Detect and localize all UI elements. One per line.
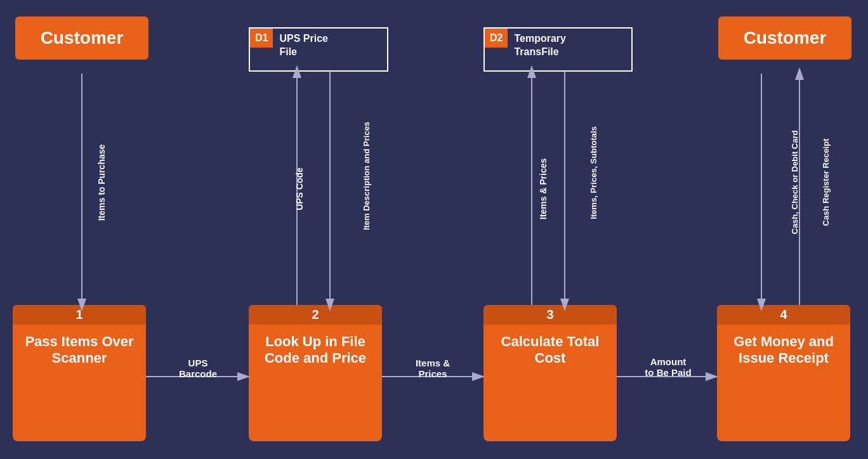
process-2-number: 2 xyxy=(249,305,382,325)
label-cash-check-debit: Cash, Check or Debit Card xyxy=(790,131,799,235)
actor-customer-right: Customer xyxy=(718,16,852,60)
label-amount-paid: Amountto Be Paid xyxy=(627,356,709,378)
label-items-to-purchase: Items to Purchase xyxy=(96,145,107,221)
diagram-container: Customer Customer D1 UPS PriceFile D2 Te… xyxy=(0,0,868,459)
label-ups-barcode: UPSBarcode xyxy=(160,358,236,379)
label-items-prices-subtotals: Items, Prices, Subtotals xyxy=(589,126,598,219)
process-3: 3 Calculate TotalCost xyxy=(483,305,617,441)
label-ups-code: UPS Code xyxy=(294,167,305,210)
label-cash-register-receipt: Cash Register Receipt xyxy=(821,139,831,226)
process-4-label: Get Money andIssue Receipt xyxy=(727,325,840,375)
process-2-label: Look Up in FileCode and Price xyxy=(258,325,372,375)
datastore-D2: D2 TemporaryTransFile xyxy=(483,27,633,72)
label-items-prices-h: Items &Prices xyxy=(395,358,471,379)
label-item-desc-prices: Item Description and Prices xyxy=(362,122,371,230)
process-2: 2 Look Up in FileCode and Price xyxy=(249,305,382,441)
process-1-label: Pass Items OverScanner xyxy=(18,325,140,375)
process-4: 4 Get Money andIssue Receipt xyxy=(717,305,850,441)
actor-customer-left: Customer xyxy=(15,16,148,60)
datastore-D1: D1 UPS PriceFile xyxy=(249,27,388,72)
process-3-number: 3 xyxy=(483,305,617,325)
process-3-label: Calculate TotalCost xyxy=(495,325,606,375)
label-items-prices-v: Items & Prices xyxy=(538,158,548,220)
process-1-number: 1 xyxy=(13,305,146,325)
process-4-number: 4 xyxy=(717,305,850,325)
process-1: 1 Pass Items OverScanner xyxy=(13,305,146,441)
